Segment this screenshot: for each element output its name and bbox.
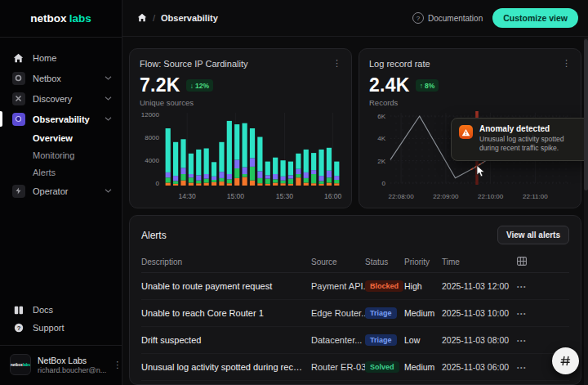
alert-row[interactable]: Unable to reach Core Router 1Edge Router… xyxy=(141,300,569,327)
table-columns-icon[interactable] xyxy=(517,257,569,267)
svg-text:22:09:00: 22:09:00 xyxy=(433,193,459,200)
user-card[interactable]: netbox labs NetBox Labs richard.boucher@… xyxy=(0,345,122,385)
status-badge: Triage xyxy=(365,334,397,346)
observability-icon xyxy=(11,112,25,126)
logo-secondary: labs xyxy=(69,12,91,25)
sidebar-subitem-overview[interactable]: Overview xyxy=(0,129,122,146)
sidebar-item-label: Observability xyxy=(33,114,90,124)
sidebar-item-home[interactable]: Home xyxy=(0,47,122,68)
flow-card-value: 7.2K xyxy=(140,74,180,96)
anomaly-tooltip-text: Anomaly detected Unusual log activity sp… xyxy=(479,124,583,154)
alert-time: 2025-11-03 12:00 xyxy=(442,281,517,291)
view-all-alerts-button[interactable]: View all alerts xyxy=(497,226,569,244)
alert-source: Edge Router... xyxy=(311,308,365,318)
scrollbar-thumb[interactable] xyxy=(584,39,588,190)
sidebar-footer-support[interactable]: ?Support xyxy=(0,319,122,337)
avatar-logo-primary: netbox xyxy=(11,363,23,367)
alert-row[interactable]: Unusual log activity spotted during rece… xyxy=(141,354,569,381)
alert-status-cell: Triage xyxy=(365,334,404,346)
alert-status-cell: Solved xyxy=(365,361,404,373)
netbox-labs-logo[interactable]: netbox labs xyxy=(0,0,122,38)
flow-card: Flow: Source IP Cardinality ⋮ 7.2K ↓ 12%… xyxy=(129,48,352,208)
user-info: NetBox Labs richard.boucher@n... xyxy=(38,356,106,374)
warning-triangle-icon xyxy=(459,125,473,139)
alert-priority: Medium xyxy=(404,308,442,318)
topbar: / Observability ? Documentation Customiz… xyxy=(122,0,588,37)
main-area: / Observability ? Documentation Customiz… xyxy=(122,0,588,385)
status-badge: Solved xyxy=(365,361,399,373)
sidebar-item-discovery[interactable]: Discovery xyxy=(0,88,122,109)
flow-card-kebab-icon[interactable]: ⋮ xyxy=(332,58,341,69)
chevron-down-icon xyxy=(105,96,112,101)
alert-row[interactable]: Drift suspectedDatacenter...TriageLow202… xyxy=(141,327,569,354)
breadcrumb: / Observability xyxy=(137,13,218,24)
breadcrumb-current[interactable]: Observability xyxy=(161,13,218,23)
log-card-subtitle: Records xyxy=(369,98,571,107)
sidebar-subitem-alerts[interactable]: Alerts xyxy=(0,163,122,181)
sidebar-item-operator[interactable]: Operator xyxy=(0,181,122,201)
alert-time: 2025-11-03 08:00 xyxy=(442,335,517,345)
svg-text:?: ? xyxy=(16,325,20,332)
mouse-cursor xyxy=(476,165,486,178)
svg-text:2K: 2K xyxy=(377,158,385,165)
sidebar-item-label: Discovery xyxy=(33,94,72,104)
customize-view-button[interactable]: Customize view xyxy=(492,8,578,28)
alert-status-cell: Triage xyxy=(365,307,404,319)
alert-time: 2025-11-03 06:00 xyxy=(442,362,517,372)
column-header-status: Status xyxy=(365,257,404,266)
log-card-title: Log record rate xyxy=(369,59,430,69)
documentation-link[interactable]: ? Documentation xyxy=(412,12,483,24)
svg-text:6K: 6K xyxy=(377,113,385,120)
log-delta-badge: ↑ 8% xyxy=(416,79,439,92)
sidebar-item-observability[interactable]: Observability xyxy=(0,109,122,129)
floating-action-button[interactable] xyxy=(552,347,579,374)
alert-source: Datacenter... xyxy=(311,335,365,345)
svg-text:22:10:00: 22:10:00 xyxy=(478,193,504,200)
column-header-time: Time xyxy=(442,257,517,266)
flow-card-subtitle: Unique sources xyxy=(140,98,341,107)
alert-priority: High xyxy=(404,281,442,291)
breadcrumb-separator: / xyxy=(153,13,155,23)
svg-text:0: 0 xyxy=(382,180,386,187)
svg-text:8000: 8000 xyxy=(145,134,159,141)
sidebar-item-label: Netbox xyxy=(33,74,61,83)
avatar: netbox labs xyxy=(10,354,31,375)
sidebar-subitem-monitoring[interactable]: Monitoring xyxy=(0,146,122,163)
svg-text:22:11:00: 22:11:00 xyxy=(523,193,548,200)
documentation-label: Documentation xyxy=(428,14,483,23)
home-icon[interactable] xyxy=(137,13,147,24)
svg-text:12000: 12000 xyxy=(141,111,160,119)
alerts-table-body: Unable to route payment requestPayment A… xyxy=(141,273,569,385)
alert-source: Payment API... xyxy=(311,281,365,291)
row-menu-icon[interactable]: ••• xyxy=(517,338,569,343)
log-card: Log record rate ⋮ 2.4K ↑ 8% Records 02K4… xyxy=(359,48,581,208)
row-menu-icon[interactable]: ••• xyxy=(517,284,569,289)
home-icon xyxy=(11,51,25,65)
alert-row[interactable]: ams03-core-2bAssurance...Solved2025-1...… xyxy=(141,381,569,385)
topbar-right: ? Documentation Customize view xyxy=(412,8,578,28)
alerts-table-header: DescriptionSourceStatusPriorityTime xyxy=(141,251,569,273)
status-badge: Blocked xyxy=(365,280,403,292)
sidebar: netbox labs HomeNetboxDiscoveryObservabi… xyxy=(0,0,122,385)
column-header-source: Source xyxy=(311,257,365,266)
sidebar-item-label: Home xyxy=(33,53,56,63)
trend-up-icon: ↑ xyxy=(420,82,423,90)
row-menu-icon[interactable]: ••• xyxy=(517,311,569,316)
scrollbar-track[interactable] xyxy=(584,38,588,385)
sidebar-item-netbox[interactable]: Netbox xyxy=(0,68,122,88)
svg-text:22:08:00: 22:08:00 xyxy=(389,193,415,200)
alert-row[interactable]: Unable to route payment requestPayment A… xyxy=(141,273,569,300)
operator-icon xyxy=(11,184,25,198)
user-menu-kebab-icon[interactable]: ⋮ xyxy=(113,360,122,370)
svg-text:14:30: 14:30 xyxy=(179,192,197,200)
sidebar-footer: Docs?Support xyxy=(0,301,122,338)
svg-text:15:00: 15:00 xyxy=(227,192,245,200)
sidebar-footer-label: Support xyxy=(33,323,65,333)
column-header-priority: Priority xyxy=(404,257,442,266)
log-card-kebab-icon[interactable]: ⋮ xyxy=(562,58,571,69)
alert-description: Unusual log activity spotted during rece… xyxy=(141,362,311,372)
user-name: NetBox Labs xyxy=(38,356,106,365)
sidebar-footer-docs[interactable]: Docs xyxy=(0,301,122,319)
column-header-description: Description xyxy=(141,257,311,266)
log-delta-value: 8% xyxy=(425,82,434,90)
